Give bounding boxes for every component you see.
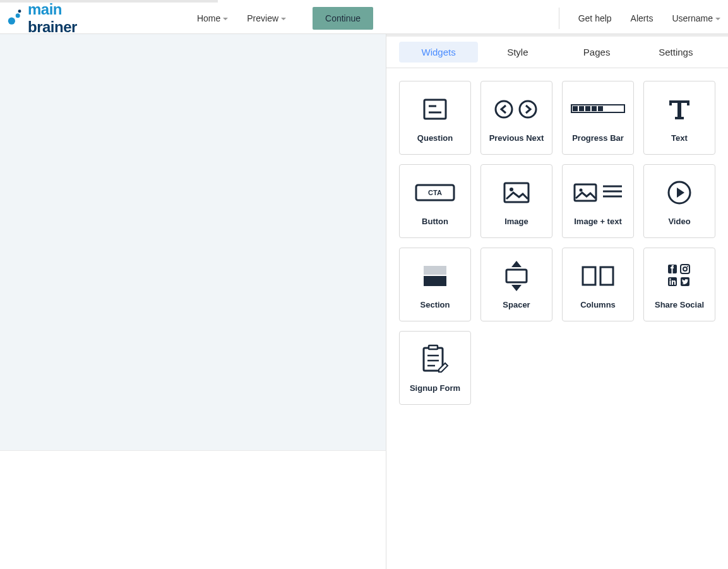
widget-label: Signup Form	[410, 383, 460, 393]
text-icon	[644, 81, 715, 131]
widget-label: Image	[504, 217, 528, 226]
svg-point-0	[8, 17, 15, 24]
canvas-area[interactable]	[0, 34, 386, 451]
svg-rect-26	[424, 276, 446, 286]
nav-username[interactable]: Username	[672, 13, 720, 23]
svg-point-6	[496, 101, 512, 117]
svg-point-7	[520, 101, 536, 117]
canvas-below	[0, 451, 386, 569]
svg-marker-24	[677, 188, 684, 198]
main: Widgets Style Pages Settings Question	[0, 34, 728, 569]
svg-rect-31	[600, 267, 613, 285]
widget-label: Spacer	[503, 300, 530, 309]
nav-username-label: Username	[672, 13, 713, 23]
nav-get-help-label: Get help	[578, 13, 612, 23]
widget-progress-bar[interactable]: Progress Bar	[562, 81, 634, 155]
svg-rect-10	[579, 106, 584, 111]
chevron-down-icon	[281, 18, 286, 20]
widget-prev-next[interactable]: Previous Next	[480, 81, 552, 155]
widget-spacer[interactable]: Spacer	[480, 248, 552, 321]
svg-text:CTA: CTA	[428, 189, 442, 196]
nav-home[interactable]: Home	[197, 13, 228, 23]
continue-button[interactable]: Continue	[313, 7, 373, 30]
image-text-icon	[563, 165, 633, 214]
widget-label: Question	[417, 133, 453, 143]
svg-rect-30	[583, 267, 595, 285]
section-icon	[400, 248, 470, 297]
widget-share-social[interactable]: Share Social	[643, 248, 715, 321]
svg-rect-28	[506, 270, 527, 282]
widget-section[interactable]: Section	[399, 248, 471, 321]
svg-rect-40	[424, 348, 443, 371]
svg-rect-12	[592, 106, 597, 111]
logo-text: mainbrainer	[28, 1, 77, 36]
logo[interactable]: mainbrainer	[6, 1, 77, 36]
svg-rect-18	[575, 184, 596, 201]
nav-alerts[interactable]: Alerts	[631, 13, 653, 23]
tab-pages[interactable]: Pages	[558, 42, 636, 63]
svg-rect-41	[429, 345, 438, 349]
svg-marker-27	[511, 261, 522, 267]
svg-rect-37	[670, 280, 671, 285]
video-icon	[644, 165, 715, 214]
logo-icon	[6, 9, 24, 27]
progress-bar-icon	[563, 81, 633, 131]
widget-button[interactable]: CTA Button	[399, 164, 471, 238]
nav-preview[interactable]: Preview	[247, 13, 286, 23]
svg-point-1	[16, 13, 20, 18]
chevron-down-icon	[715, 18, 720, 20]
question-icon	[400, 81, 470, 131]
widget-label: Section	[421, 300, 450, 309]
svg-rect-33	[681, 265, 689, 273]
widget-columns[interactable]: Columns	[562, 248, 634, 321]
widget-label: Previous Next	[489, 133, 544, 143]
spacer-icon	[481, 248, 552, 297]
svg-rect-11	[585, 106, 590, 111]
widget-text[interactable]: Text	[643, 81, 715, 155]
svg-point-17	[510, 188, 513, 191]
nav-alerts-label: Alerts	[631, 13, 653, 23]
widget-video[interactable]: Video	[643, 164, 715, 238]
sidebar: Widgets Style Pages Settings Question	[386, 34, 728, 569]
tab-settings[interactable]: Settings	[636, 42, 715, 63]
svg-point-38	[669, 279, 671, 280]
widget-label: Video	[668, 217, 690, 226]
divider	[559, 8, 559, 29]
nav-home-label: Home	[197, 13, 220, 23]
svg-rect-13	[598, 106, 603, 111]
chevron-down-icon	[223, 18, 228, 20]
widget-label: Text	[671, 133, 688, 143]
widget-label: Share Social	[655, 300, 704, 309]
columns-icon	[563, 248, 633, 297]
svg-rect-16	[504, 183, 528, 202]
widget-image[interactable]: Image	[480, 164, 552, 238]
button-icon: CTA	[400, 165, 470, 214]
nav-center: Home Preview Continue	[197, 7, 373, 30]
left-column	[0, 34, 386, 569]
svg-marker-29	[511, 285, 522, 291]
svg-point-35	[687, 266, 688, 267]
widget-label: Progress Bar	[572, 133, 624, 143]
widget-signup-form[interactable]: Signup Form	[399, 331, 471, 405]
signup-form-icon	[400, 332, 470, 381]
widget-image-text[interactable]: Image + text	[562, 164, 634, 238]
share-social-icon	[644, 248, 715, 297]
header: mainbrainer Home Preview Continue Get he…	[0, 3, 728, 34]
svg-point-2	[18, 9, 21, 13]
widget-question[interactable]: Question	[399, 81, 471, 155]
tab-widgets[interactable]: Widgets	[399, 42, 478, 63]
widget-label: Button	[422, 217, 448, 226]
nav-right: Get help Alerts Username	[559, 8, 720, 29]
svg-point-34	[683, 267, 687, 271]
sidebar-tabs: Widgets Style Pages Settings	[386, 37, 728, 68]
nav-preview-label: Preview	[247, 13, 278, 23]
svg-rect-25	[424, 266, 446, 275]
prev-next-icon	[481, 81, 552, 131]
tab-style[interactable]: Style	[478, 42, 557, 63]
widget-grid: Question Previous Next	[386, 68, 728, 417]
svg-point-19	[580, 189, 583, 192]
svg-rect-3	[424, 100, 446, 119]
nav-get-help[interactable]: Get help	[578, 13, 612, 23]
svg-rect-9	[573, 106, 578, 111]
widget-label: Image + text	[574, 217, 622, 226]
